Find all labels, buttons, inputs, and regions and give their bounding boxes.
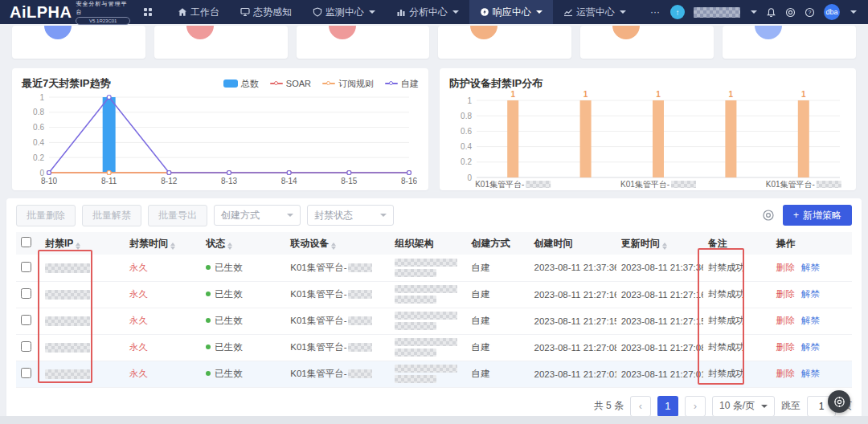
chevron-down-icon[interactable] xyxy=(751,10,757,14)
status-dot xyxy=(206,344,211,349)
legend-item[interactable]: 自建 xyxy=(385,78,419,90)
unban-link[interactable]: 解禁 xyxy=(801,263,820,272)
delete-link[interactable]: 删除 xyxy=(776,316,795,325)
nav-item[interactable]: ··· xyxy=(637,0,670,24)
banned-ip-redacted xyxy=(45,290,90,300)
sort-icon[interactable] xyxy=(331,243,336,250)
column-label: 创建时间 xyxy=(534,238,573,249)
delete-link[interactable]: 删除 xyxy=(776,289,795,299)
svg-text:0.8: 0.8 xyxy=(461,112,472,120)
unban-link[interactable]: 解禁 xyxy=(801,369,820,378)
create-method-select[interactable]: 创建方式 xyxy=(214,205,301,226)
bell-icon[interactable] xyxy=(766,7,776,18)
batch-unban-button[interactable]: 批量解禁 xyxy=(82,205,141,226)
page-1-button[interactable]: 1 xyxy=(657,396,678,417)
batch-export-button[interactable]: 批量导出 xyxy=(148,205,207,226)
legend-item[interactable]: 订阅规则 xyxy=(322,78,374,90)
stat-card[interactable] xyxy=(154,26,288,59)
svg-text:1: 1 xyxy=(583,91,588,99)
target-scan-icon[interactable] xyxy=(785,7,796,18)
shield-icon xyxy=(313,7,322,17)
table-row[interactable]: 永久 已生效 K01集管平台- 自建 2023-08-11 21:27:01 2… xyxy=(16,361,852,387)
legend-label: 订阅规则 xyxy=(338,78,374,90)
column-settings-gear-icon[interactable] xyxy=(762,209,775,222)
table-header-cell[interactable]: 联动设备 xyxy=(285,232,390,255)
table-header-cell[interactable] xyxy=(16,232,40,255)
row-checkbox[interactable] xyxy=(21,288,31,299)
prev-page-button[interactable]: ‹ xyxy=(630,396,651,417)
legend-item[interactable]: 总数 xyxy=(223,78,259,90)
row-checkbox[interactable] xyxy=(21,315,31,325)
row-checkbox[interactable] xyxy=(21,368,31,378)
table-header-cell[interactable]: 操作 xyxy=(772,232,852,255)
table-header-cell[interactable]: 创建方式 xyxy=(466,232,529,255)
status-text: 已生效 xyxy=(215,316,243,325)
legend-item[interactable]: SOAR xyxy=(270,79,311,88)
app-logo[interactable]: AiLPHA 安全分析与管理平台 V5.1R23C01 xyxy=(0,0,138,25)
apps-grid-icon[interactable] xyxy=(143,7,153,17)
table-header-cell[interactable]: 组织架构 xyxy=(390,232,466,255)
row-checkbox[interactable] xyxy=(21,341,31,352)
next-page-button[interactable]: › xyxy=(685,396,706,417)
sort-icon[interactable] xyxy=(662,243,667,250)
table-header-cell[interactable]: 封禁IP xyxy=(40,232,125,255)
create-method: 自建 xyxy=(466,255,529,281)
chevron-down-icon[interactable] xyxy=(850,10,857,14)
delete-link[interactable]: 删除 xyxy=(776,263,795,272)
stat-card[interactable] xyxy=(438,26,571,59)
row-checkbox[interactable] xyxy=(21,262,31,272)
device-redacted xyxy=(348,343,372,352)
dba-avatar[interactable]: dba xyxy=(824,4,840,20)
table-row[interactable]: 永久 已生效 K01集管平台- 自建 2023-08-11 21:27:08 2… xyxy=(16,334,852,361)
ban-status-select[interactable]: 封禁状态 xyxy=(307,205,394,226)
column-label: 封禁时间 xyxy=(129,238,168,249)
svg-text:8-10: 8-10 xyxy=(41,177,57,186)
nav-item[interactable]: 运营中心 xyxy=(553,0,637,24)
nav-item[interactable]: 响应中心 xyxy=(469,0,553,24)
add-strategy-button[interactable]: + 新增策略 xyxy=(783,205,852,226)
table-header-cell[interactable]: 状态 xyxy=(201,232,285,255)
remark: 封禁成功 xyxy=(703,308,772,334)
select-all-checkbox[interactable] xyxy=(21,237,31,247)
sort-icon[interactable] xyxy=(76,243,80,250)
svg-text:0.2: 0.2 xyxy=(461,157,472,166)
delete-link[interactable]: 删除 xyxy=(776,342,795,352)
nav-items: 工作台 态势感知 监测中心 分析中心 响应中心 运营中心 ··· xyxy=(167,0,670,24)
table-wrap: 封禁IP 封禁时间 状态 联动设备 组织架构 创建方式 创建时间 更新时间 备注… xyxy=(16,232,852,388)
delete-link[interactable]: 删除 xyxy=(776,369,795,378)
user-avatar[interactable]: ↑ xyxy=(670,5,685,19)
table-row[interactable]: 永久 已生效 K01集管平台- 自建 2023-08-11 21:27:15 2… xyxy=(16,308,852,334)
nav-item-label: ··· xyxy=(650,6,660,18)
legend-label: 自建 xyxy=(401,78,419,90)
table-header-cell[interactable]: 创建时间 xyxy=(530,232,616,255)
sort-icon[interactable] xyxy=(227,243,232,250)
unban-link[interactable]: 解禁 xyxy=(801,342,820,352)
update-time: 2023-08-11 21:27:16 xyxy=(616,281,703,308)
stat-card[interactable] xyxy=(580,26,714,59)
sort-icon[interactable] xyxy=(170,243,175,250)
nav-item[interactable]: 工作台 xyxy=(167,0,230,24)
stat-card[interactable] xyxy=(723,26,856,59)
table-row[interactable]: 永久 已生效 K01集管平台- 自建 2023-08-11 21:27:16 2… xyxy=(16,281,852,308)
assistant-float-button[interactable] xyxy=(828,390,850,413)
table-header-cell[interactable]: 更新时间 xyxy=(616,232,703,255)
svg-text:K01集管平台-: K01集管平台- xyxy=(620,180,669,189)
nav-item[interactable]: 监测中心 xyxy=(302,0,386,24)
help-icon[interactable]: ? xyxy=(805,7,815,18)
table-row[interactable]: 永久 已生效 K01集管平台- 自建 2023-08-11 21:37:36 2… xyxy=(16,255,852,281)
status-dot xyxy=(206,292,211,296)
nav-item[interactable]: 分析中心 xyxy=(386,0,469,24)
org-structure xyxy=(390,334,466,361)
unban-link[interactable]: 解禁 xyxy=(801,289,820,299)
unban-link[interactable]: 解禁 xyxy=(801,316,820,325)
page-size-select[interactable]: 10 条/页 xyxy=(712,396,775,417)
device-redacted xyxy=(348,369,372,378)
stat-card[interactable] xyxy=(297,26,430,59)
ban-list-panel: 批量删除 批量解禁 批量导出 创建方式 封禁状态 + 新增策略 xyxy=(6,198,862,424)
nav-item[interactable]: 态势感知 xyxy=(230,0,302,24)
table-header-cell[interactable]: 备注 xyxy=(703,232,772,255)
batch-delete-button[interactable]: 批量删除 xyxy=(16,205,76,226)
table-header-cell[interactable]: 封禁时间 xyxy=(125,232,201,255)
status-dot xyxy=(206,318,211,323)
stat-card[interactable] xyxy=(12,26,145,59)
